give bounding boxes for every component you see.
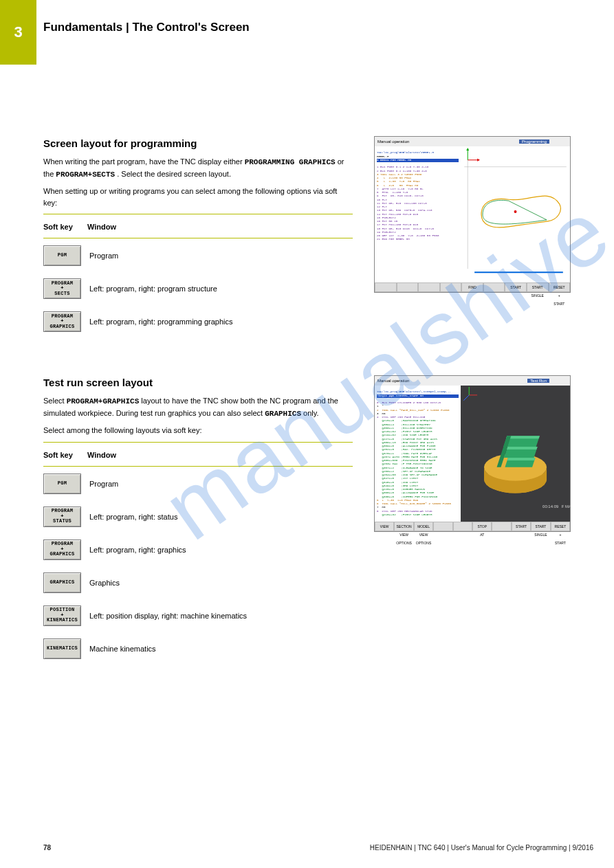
mini-softkey[interactable]: START: [505, 282, 527, 292]
screenshot-programming: Manual operation Programming TNC:\nc_pro…: [374, 136, 571, 293]
svg-text:F MAX: F MAX: [562, 504, 570, 509]
breadcrumb: Fundamentals | The Control's Screen: [43, 21, 593, 34]
section-programming-layout: Screen layout for programming When writi…: [43, 137, 353, 342]
table-row: POSITION + KINEMATICSLeft: position disp…: [43, 603, 353, 636]
mini-softkey: [397, 282, 419, 292]
softkey-row: VIEWSECTION VIEW OPTIONSMODEL VIEW OPTIO…: [375, 522, 570, 531]
body-text: When setting up or writing programs you …: [43, 186, 353, 208]
softkey[interactable]: PROGRAM + GRAPHICS: [43, 311, 81, 332]
table-header: Soft key Window: [43, 447, 353, 462]
softkey[interactable]: PROGRAM + STATUS: [43, 507, 81, 527]
svg-marker-3: [477, 159, 480, 162]
page-number: 78: [43, 844, 51, 852]
mode-bar: Manual operation Programming: [375, 137, 570, 146]
col-softkey: Soft key: [43, 223, 87, 231]
softkey-meaning: Left: program, right: graphics: [81, 546, 353, 554]
body-text: Select PROGRAM+GRAPHICS layout to have t…: [43, 395, 353, 419]
softkey-meaning: Machine kinematics: [81, 645, 353, 653]
table-row: PGMProgram: [43, 471, 353, 504]
softkey-meaning: Program: [81, 480, 353, 488]
section-title: Screen layout for programming: [43, 137, 353, 149]
mode-manual: Manual operation: [375, 379, 412, 383]
programming-graphics-view: [461, 146, 570, 282]
table-row: PGMProgram: [43, 243, 353, 276]
mini-softkey: [492, 522, 511, 531]
softkey[interactable]: POSITION + KINEMATICS: [43, 605, 81, 626]
section-testrun-layout: Test run screen layout Select PROGRAM+GR…: [43, 377, 353, 669]
body-text: When writing the part program, have the …: [43, 156, 353, 180]
mini-softkey[interactable]: STOP AT: [472, 522, 492, 531]
table-header: Soft key Window: [43, 219, 353, 234]
softkey[interactable]: PROGRAM + GRAPHICS: [43, 539, 81, 560]
page-header: Fundamentals | The Control's Screen: [43, 21, 593, 34]
mini-softkey[interactable]: SECTION VIEW OPTIONS: [394, 522, 413, 531]
softkey-meaning: Left: program, right: programming graphi…: [81, 318, 353, 326]
svg-point-6: [514, 210, 516, 213]
table-row: PROGRAM + SECTSLeft: program, right: pro…: [43, 276, 353, 309]
mini-softkey[interactable]: START SINGLE: [527, 282, 549, 292]
svg-rect-14: [506, 436, 540, 438]
mini-softkey[interactable]: MODEL VIEW OPTIONS: [414, 522, 433, 531]
mini-softkey[interactable]: FIND: [461, 282, 483, 292]
mini-softkey[interactable]: VIEW: [375, 522, 394, 531]
mini-softkey[interactable]: START: [512, 522, 531, 531]
screenshot-test-run: Manual operation Test Run TNC:\nc_prog\B…: [374, 375, 571, 532]
softkey-meaning: Program: [81, 252, 353, 260]
body-text: Select among the following layouts via s…: [43, 425, 353, 436]
table-row: PROGRAM + GRAPHICSLeft: program, right: …: [43, 309, 353, 342]
mode-manual: Manual operation: [375, 140, 412, 144]
col-window: Window: [87, 223, 353, 231]
sim-time: 00:14:09: [542, 504, 559, 509]
mini-softkey: [375, 282, 397, 292]
softkey[interactable]: KINEMATICS: [43, 638, 81, 659]
svg-rect-18: [507, 458, 536, 460]
table-row: PROGRAM + STATUSLeft: program, right: st…: [43, 504, 353, 537]
test-run-graphics-view: 00:14:09 F MAX: [461, 386, 570, 522]
table-row: GRAPHICSGraphics: [43, 570, 353, 603]
softkey-meaning: Graphics: [81, 579, 353, 587]
page-footer: 78 HEIDENHAIN | TNC 640 | User's Manual …: [43, 844, 593, 852]
chapter-number: 3: [0, 0, 36, 41]
softkey[interactable]: PROGRAM + SECTS: [43, 278, 81, 299]
svg-line-10: [463, 395, 469, 401]
mini-softkey: [483, 282, 505, 292]
softkey-meaning: Left: program, right: program structure: [81, 285, 353, 293]
nc-program-listing: TNC:\nc_prog\BHB\Klartext\_Stempel_stamp…: [375, 386, 461, 522]
mini-softkey[interactable]: START SINGLE: [531, 522, 550, 531]
softkey[interactable]: PGM: [43, 474, 81, 494]
table-row: PROGRAM + GRAPHICSLeft: program, right: …: [43, 537, 353, 570]
col-window: Window: [87, 451, 353, 459]
softkey-meaning: Left: position display, right: machine k…: [81, 612, 353, 620]
section-title: Test run screen layout: [43, 377, 353, 388]
mode-programming: Programming: [519, 140, 549, 144]
softkey-meaning: Left: program, right: status: [81, 513, 353, 521]
col-softkey: Soft key: [43, 451, 87, 459]
chapter-tab: 3: [0, 0, 36, 65]
softkey[interactable]: GRAPHICS: [43, 572, 81, 593]
table-rule: [43, 442, 353, 443]
footer-product: HEIDENHAIN | TNC 640 | User's Manual for…: [370, 844, 593, 852]
table-rule: [43, 214, 353, 214]
mode-test-run: Test Run: [527, 379, 549, 383]
svg-rect-16: [507, 447, 538, 449]
mini-softkey: [453, 522, 472, 531]
softkey-row: FINDSTARTSTART SINGLERESET + START: [375, 282, 570, 292]
table-row: KINEMATICSMachine kinematics: [43, 636, 353, 669]
table-rule: [43, 238, 353, 238]
mini-softkey: [418, 282, 440, 292]
softkey[interactable]: PGM: [43, 245, 81, 266]
table-rule: [43, 466, 353, 467]
mini-softkey: [440, 282, 462, 292]
mini-softkey[interactable]: RESET + START: [551, 522, 570, 531]
mode-bar: Manual operation Test Run: [375, 376, 570, 386]
svg-marker-5: [466, 148, 469, 151]
mini-softkey: [433, 522, 452, 531]
nc-program-listing: TNC:\nc_prog\BHB\Klartext\HEBEL.H HEBEL.…: [375, 146, 461, 282]
mini-softkey[interactable]: RESET + START: [549, 282, 571, 292]
